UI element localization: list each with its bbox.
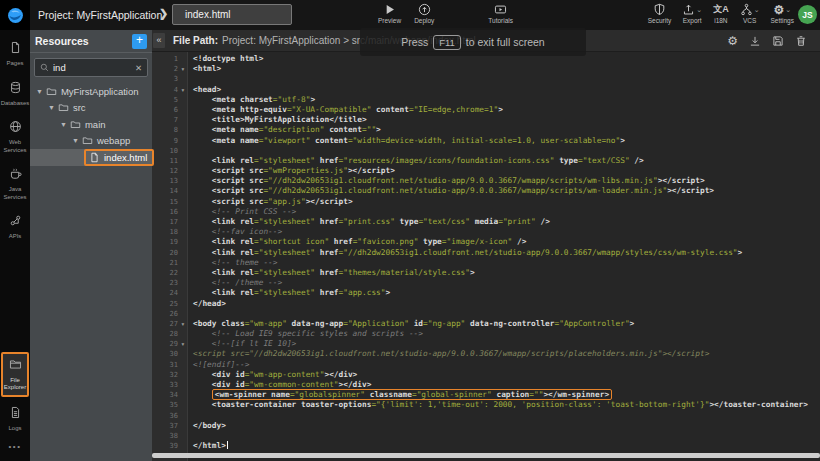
export-button[interactable]: ⌄Export — [682, 3, 702, 24]
code-line[interactable]: 26 — [152, 309, 820, 319]
sidebar-item-pages[interactable]: Pages — [0, 38, 30, 70]
code-editor[interactable]: 1<!doctype html>2▾<html>34▾<head>5 <meta… — [152, 52, 820, 461]
sidebar-item-file-explorer[interactable]: FileExplorer — [1, 352, 29, 397]
line-number: 21 — [152, 258, 178, 268]
code-text: <link rel="stylesheet" href="print.css" … — [188, 217, 550, 227]
code-line[interactable]: 2▾<html> — [152, 64, 820, 74]
clear-search-icon[interactable]: ✕ — [135, 63, 142, 73]
fold-marker-icon[interactable]: ▾ — [178, 319, 188, 329]
folder-icon — [46, 86, 57, 97]
tutorials-icon — [494, 3, 507, 16]
code-line[interactable]: 38 — [152, 431, 820, 441]
code-line[interactable]: 28 <!-- Load IE9 specific styles and scr… — [152, 329, 820, 339]
code-text: <!-- Print CSS --> — [188, 207, 296, 217]
sidebar-item-logs[interactable]: Logs — [0, 403, 30, 435]
code-line[interactable]: 11 <link rel="stylesheet" href="resource… — [152, 156, 820, 166]
save-icon[interactable] — [772, 35, 784, 47]
code-text: <title>MyFirstApplication</title> — [188, 115, 367, 125]
code-line[interactable]: 17 <link rel="stylesheet" href="print.cs… — [152, 217, 820, 227]
sidebar-item-apis[interactable]: APIs — [0, 211, 30, 243]
add-resource-button[interactable]: + — [132, 34, 147, 49]
security-button[interactable]: Security — [648, 3, 671, 24]
code-line[interactable]: 35 <toaster-container toaster-options="{… — [152, 400, 820, 410]
line-number: 11 — [152, 156, 178, 166]
code-line[interactable]: 18 <!--fav icon--> — [152, 227, 820, 237]
fold-marker-icon[interactable]: ▾ — [178, 339, 188, 349]
tutorials-button[interactable]: Tutorials — [488, 3, 513, 24]
code-line[interactable]: 19 <link rel="shortcut icon" href="favic… — [152, 237, 820, 247]
wavemaker-logo-icon[interactable] — [0, 0, 30, 30]
tree-item-webapp[interactable]: ▼webapp — [30, 133, 152, 150]
button-label: i18N — [714, 17, 727, 24]
code-text: <toaster-container toaster-options="{'li… — [188, 400, 808, 410]
code-line[interactable]: 13 <script src="//dh2dw20653ig1.cloudfro… — [152, 176, 820, 186]
code-line[interactable]: 20 <link rel="stylesheet" href="//dh2dw2… — [152, 248, 820, 258]
code-line[interactable]: 7 <title>MyFirstApplication</title> — [152, 115, 820, 125]
code-line[interactable]: 10 — [152, 146, 820, 156]
line-number: 39 — [152, 441, 178, 451]
line-number: 38 — [152, 431, 178, 441]
code-line[interactable]: 4▾<head> — [152, 85, 820, 95]
tab-index-html[interactable]: index.html — [172, 4, 292, 25]
code-line[interactable]: 31<![endif]--> — [152, 360, 820, 370]
code-text: <script src="//dh2dw20653ig1.cloudfront.… — [188, 349, 709, 359]
tree-item-myfirstapplication[interactable]: ▼MyFirstApplication — [30, 83, 152, 100]
code-line[interactable]: 30<script src="//dh2dw20653ig1.cloudfron… — [152, 349, 820, 359]
code-line[interactable]: 21 <!-- theme --> — [152, 258, 820, 268]
caret-down-icon[interactable]: ▼ — [48, 104, 55, 111]
fold-marker-icon[interactable]: ▾ — [178, 64, 188, 74]
tree-item-index.html[interactable]: index.html — [30, 149, 152, 166]
project-label[interactable]: Project: MyFirstApplication — [38, 9, 162, 21]
download-icon[interactable] — [749, 35, 761, 47]
code-line[interactable]: 24 <link rel="stylesheet" href="app.css"… — [152, 288, 820, 298]
code-line[interactable]: 14 <script src="//dh2dw20653ig1.cloudfro… — [152, 186, 820, 196]
code-line[interactable]: 34 <wm-spinner name="globalspinner" clas… — [152, 390, 820, 400]
code-line[interactable]: 3 — [152, 74, 820, 84]
caret-down-icon[interactable]: ▼ — [60, 121, 67, 128]
settings-gear-icon[interactable]: ⚙ — [727, 35, 738, 47]
code-line[interactable]: 23 <!-- /theme --> — [152, 278, 820, 288]
vcs-button[interactable]: ⌄VCS — [740, 3, 760, 24]
collapse-panel-button[interactable]: « — [153, 33, 165, 48]
settings-button[interactable]: ⚙⌄Settings — [771, 3, 795, 24]
line-number: 20 — [152, 248, 178, 258]
code-line[interactable]: 9 <meta name="viewport" content="width=d… — [152, 136, 820, 146]
code-line[interactable]: 37</body> — [152, 421, 820, 431]
tree-item-src[interactable]: ▼src — [30, 100, 152, 117]
code-line[interactable]: 5 <meta charset="utf-8"> — [152, 95, 820, 105]
sidebar-item-java-services[interactable]: JavaServices — [0, 164, 30, 203]
code-line[interactable]: 22 <link rel="stylesheet" href="themes/m… — [152, 268, 820, 278]
tree-item-label: index.html — [104, 152, 147, 163]
tree-item-main[interactable]: ▼main — [30, 116, 152, 133]
code-line[interactable]: 36 — [152, 411, 820, 421]
caret-down-icon[interactable]: ▼ — [72, 137, 79, 144]
preview-button[interactable]: Preview — [378, 3, 401, 24]
search-input[interactable] — [53, 62, 131, 73]
code-line[interactable]: 8 <meta name="description" content=""> — [152, 125, 820, 135]
search-box[interactable]: ✕ — [34, 58, 148, 77]
line-number: 3 — [152, 74, 178, 84]
line-number: 6 — [152, 105, 178, 115]
code-line[interactable]: 32 <div id="wm-app-content"></div> — [152, 370, 820, 380]
button-label: Security — [648, 17, 671, 24]
code-line[interactable]: 29▾ <!--[if lt IE 10]> — [152, 339, 820, 349]
more-options-button[interactable]: ••• — [0, 440, 30, 453]
caret-down-icon[interactable]: ▼ — [36, 88, 43, 95]
i18n-button[interactable]: 文Ai18N — [713, 3, 729, 24]
tree-item-label: main — [85, 119, 106, 130]
sidebar-item-web-services[interactable]: WebServices — [0, 117, 30, 156]
code-line[interactable]: 39</html> — [152, 441, 820, 451]
horizontal-scrollbar[interactable] — [152, 453, 820, 458]
sidebar-item-databases[interactable]: Databases — [0, 78, 30, 110]
user-avatar[interactable]: JS — [798, 5, 817, 24]
code-line[interactable]: 12 <script src="wmProperties.js"></scrip… — [152, 166, 820, 176]
code-line[interactable]: 25</head> — [152, 299, 820, 309]
code-line[interactable]: 6 <meta http-equiv="X-UA-Compatible" con… — [152, 105, 820, 115]
delete-icon[interactable] — [795, 35, 807, 47]
resources-title: Resources — [35, 35, 89, 47]
code-line[interactable]: 15 <script src="app.js"></script> — [152, 197, 820, 207]
fold-marker-icon[interactable]: ▾ — [178, 85, 188, 95]
deploy-button[interactable]: Deploy — [414, 3, 434, 24]
code-line[interactable]: 16 <!-- Print CSS --> — [152, 207, 820, 217]
code-line[interactable]: 27▾<body class="wm-app" data-ng-app="App… — [152, 319, 820, 329]
